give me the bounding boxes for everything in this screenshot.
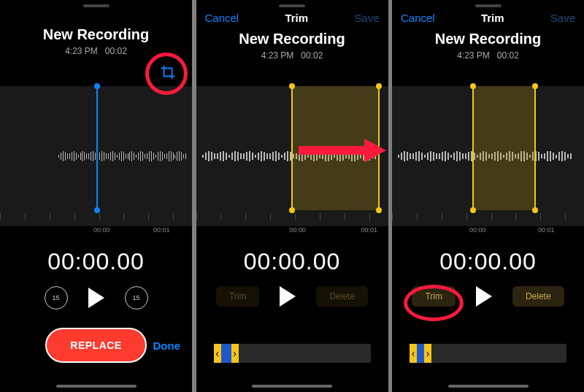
- screen-edit-recording: New Recording 4:23 PM 00:02 00:00 00:01 …: [0, 0, 192, 392]
- waveform-area[interactable]: 00:00 00:01: [392, 86, 584, 226]
- trim-handle-top-right[interactable]: [376, 83, 382, 89]
- recording-subtitle: 4:23 PM 00:02: [0, 46, 192, 56]
- overview-selection-body[interactable]: [417, 344, 424, 363]
- recording-duration: 00:02: [301, 50, 323, 61]
- notch: [279, 4, 305, 7]
- elapsed-time: 00:00.00: [0, 248, 192, 275]
- waveform-area[interactable]: 00:00 00:01: [0, 86, 192, 226]
- overview-selection[interactable]: ‹ ›: [214, 344, 239, 363]
- nav-bar: Cancel Trim Save: [392, 12, 584, 24]
- trim-selection[interactable]: [291, 86, 380, 210]
- notch: [83, 4, 110, 7]
- elapsed-time: 00:00.00: [196, 248, 388, 275]
- play-button[interactable]: [88, 288, 104, 308]
- overview-track[interactable]: ‹ ›: [410, 344, 566, 363]
- delete-button[interactable]: Delete: [512, 286, 564, 307]
- nav-title: Trim: [481, 12, 504, 24]
- cancel-button[interactable]: Cancel: [401, 12, 435, 24]
- recording-subtitle: 4:23 PM 00:02: [196, 50, 388, 61]
- nav-title: Trim: [285, 12, 308, 24]
- screen-trim-drag: Cancel Trim Save New Recording 4:23 PM 0…: [196, 0, 388, 392]
- skip-back-button[interactable]: 15: [45, 286, 68, 310]
- time-ruler: [392, 210, 584, 226]
- tick-label: 00:01: [361, 226, 378, 234]
- playback-controls: Trim Delete: [196, 286, 388, 307]
- tick-label: 00:00: [290, 226, 307, 234]
- recording-title[interactable]: New Recording: [392, 31, 584, 47]
- save-button[interactable]: Save: [354, 12, 379, 24]
- waveform-area[interactable]: 00:00 00:01: [196, 86, 388, 226]
- trim-handle-top-left[interactable]: [289, 83, 295, 89]
- playhead[interactable]: [96, 86, 98, 210]
- play-button[interactable]: [476, 286, 492, 307]
- tick-label: 00:00: [93, 226, 110, 234]
- bottom-bar: REPLACE Done: [0, 328, 192, 363]
- overview-handle-left[interactable]: ‹: [214, 344, 221, 363]
- recording-subtitle: 4:23 PM 00:02: [392, 50, 584, 61]
- home-indicator[interactable]: [252, 385, 332, 388]
- recording-duration: 00:02: [497, 50, 519, 61]
- recording-time: 4:23 PM: [261, 50, 294, 61]
- playback-controls: Trim Delete: [392, 286, 584, 307]
- time-ruler: [196, 210, 388, 226]
- waveform: [58, 149, 186, 164]
- trim-button[interactable]: Trim: [216, 286, 260, 307]
- skip-forward-label: 15: [132, 294, 139, 301]
- overview-handle-right[interactable]: ›: [424, 344, 431, 363]
- nav-bar: Cancel Trim Save: [196, 12, 388, 24]
- trim-handle-top-right[interactable]: [532, 83, 538, 89]
- tick-label: 00:01: [538, 226, 555, 234]
- play-button[interactable]: [280, 286, 296, 307]
- tick-label: 00:01: [153, 226, 170, 234]
- tick-label: 00:00: [469, 226, 486, 234]
- overview-handle-right[interactable]: ›: [231, 344, 239, 363]
- trim-crop-button[interactable]: [160, 64, 176, 83]
- delete-button[interactable]: Delete: [316, 286, 368, 307]
- done-button[interactable]: Done: [153, 339, 181, 352]
- elapsed-time: 00:00.00: [392, 248, 584, 275]
- home-indicator[interactable]: [56, 385, 137, 388]
- recording-time: 4:23 PM: [65, 46, 98, 56]
- overview-track[interactable]: ‹ ›: [214, 344, 371, 363]
- trim-button[interactable]: Trim: [412, 286, 456, 307]
- recording-duration: 00:02: [105, 46, 127, 56]
- recording-time: 4:23 PM: [457, 50, 490, 61]
- overview-selection-body[interactable]: [221, 344, 231, 363]
- cancel-button[interactable]: Cancel: [205, 12, 239, 24]
- overview-handle-left[interactable]: ‹: [410, 344, 417, 363]
- notch: [475, 4, 502, 7]
- trim-handle-top-left[interactable]: [470, 83, 476, 89]
- crop-icon: [160, 64, 176, 80]
- trim-selection[interactable]: [472, 86, 536, 210]
- screen-trim-confirm: Cancel Trim Save New Recording 4:23 PM 0…: [392, 0, 584, 392]
- playback-controls: 15 15: [0, 286, 192, 310]
- skip-forward-button[interactable]: 15: [125, 286, 148, 310]
- home-indicator[interactable]: [448, 385, 529, 388]
- overview-selection[interactable]: ‹ ›: [410, 344, 431, 363]
- recording-title[interactable]: New Recording: [0, 26, 192, 43]
- save-button[interactable]: Save: [550, 12, 575, 24]
- recording-title[interactable]: New Recording: [196, 31, 388, 47]
- replace-button[interactable]: REPLACE: [45, 328, 146, 363]
- time-ruler: [0, 210, 192, 226]
- skip-back-label: 15: [52, 294, 59, 301]
